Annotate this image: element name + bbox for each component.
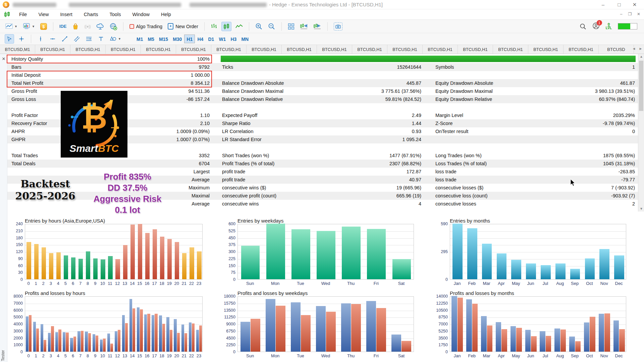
menu-item-window[interactable]: Window <box>126 9 155 19</box>
timeframe-h3[interactable]: H3 <box>228 35 239 43</box>
zoom-out-button[interactable] <box>267 22 277 31</box>
menu-item-help[interactable]: Help <box>155 9 177 19</box>
gridline <box>238 345 414 346</box>
menu-item-insert[interactable]: Insert <box>55 9 78 19</box>
new-chart-button[interactable]: ▼ <box>4 22 19 31</box>
gridline <box>25 317 202 318</box>
scrollbar-thumb[interactable] <box>639 61 643 111</box>
highlight-box-deposit-profit <box>7 71 212 87</box>
shapes-tool-button[interactable]: ▼ <box>108 34 122 44</box>
chart-tab-9[interactable]: BTCUSD,H1 <box>317 45 352 54</box>
zoom-in-button[interactable] <box>254 22 264 31</box>
bitcoin-symbol: ₿ <box>61 99 127 136</box>
chart-tab-0[interactable]: BTCUSD,M1 <box>0 45 35 54</box>
trendline-tool-button[interactable] <box>60 34 69 44</box>
cloud-button[interactable] <box>95 22 106 31</box>
menu-item-charts[interactable]: Charts <box>78 9 104 19</box>
bar-14-profit <box>129 299 132 352</box>
crosshair-tool-button[interactable] <box>17 34 26 44</box>
chart-tab-16[interactable]: BTCUSD,H1 <box>564 45 599 54</box>
x-axis-label: Jun <box>523 353 538 358</box>
chart-title: Profits and losses by weekdays <box>237 290 308 296</box>
stat-label: consecutive wins ($) <box>222 184 266 192</box>
chart-tab-6[interactable]: BTCUSD,H1 <box>211 45 247 54</box>
menu-item-file[interactable]: File <box>13 9 33 19</box>
new-order-button[interactable]: + New Order <box>166 22 200 31</box>
community-button[interactable] <box>108 22 118 31</box>
chart-tab-2[interactable]: BTCUSD,H1 <box>70 45 106 54</box>
scroll-down-arrow[interactable]: ▼ <box>638 206 644 212</box>
x-axis-label: Oct <box>582 281 597 286</box>
minimize-button[interactable]: – <box>596 1 610 9</box>
timeframe-m1[interactable]: M1 <box>134 35 145 43</box>
timeframe-mn[interactable]: MN <box>239 35 251 43</box>
y-axis-tick: 0 <box>223 277 235 282</box>
line-chart-type-button[interactable] <box>234 22 244 31</box>
timeframe-m15[interactable]: M15 <box>157 35 170 43</box>
chart-tab-14[interactable]: BTCUSD,H1 <box>493 45 528 54</box>
ide-button[interactable]: IDE <box>58 22 68 31</box>
chart-tab-10[interactable]: BTCUSD,H1 <box>352 45 387 54</box>
chart-tab-11[interactable]: BTCUSD,H1 <box>387 45 423 54</box>
tile-windows-button[interactable] <box>286 22 296 31</box>
history-quality-bar <box>221 56 636 62</box>
screenshot-button[interactable] <box>332 22 344 31</box>
x-axis-label: 21 <box>180 281 188 286</box>
timeframe-m30[interactable]: M30 <box>170 35 184 43</box>
bar-12 <box>115 259 120 279</box>
timeframe-m5[interactable]: M5 <box>145 35 156 43</box>
deposit-button[interactable]: $ <box>39 22 48 31</box>
gridline <box>238 317 414 318</box>
y-axis-tick: 12250 <box>435 301 448 306</box>
text-tool-button[interactable] <box>96 34 106 44</box>
strategy-tester-tab[interactable]: Strategy Tester <box>1 334 5 362</box>
child-minimize-button[interactable]: – <box>617 11 625 17</box>
market-button[interactable] <box>71 22 80 31</box>
timeframe-d1[interactable]: D1 <box>206 35 216 43</box>
close-button[interactable]: ✕ <box>627 1 642 9</box>
maximize-button[interactable]: □ <box>612 1 627 9</box>
bar-chart-type-button[interactable] <box>209 22 219 31</box>
chart-tab-3[interactable]: BTCUSD,H1 <box>106 45 141 54</box>
tab-scroll-right-button[interactable]: ► <box>638 47 643 51</box>
chart-tab-1[interactable]: BTCUSD,H1 <box>35 45 70 54</box>
horizontal-line-tool-button[interactable] <box>48 34 57 44</box>
bar-Wed-profit <box>316 306 326 352</box>
chart-tab-12[interactable]: BTCUSD,H1 <box>423 45 458 54</box>
timeframe-h1[interactable]: H1 <box>184 35 195 43</box>
menu-item-tools[interactable]: Tools <box>104 9 127 19</box>
search-icon[interactable] <box>580 23 586 30</box>
x-axis-label: Jan <box>450 353 465 358</box>
x-axis-label: 20 <box>173 353 180 358</box>
vertical-line-tool-button[interactable] <box>36 34 45 44</box>
chart-tab-8[interactable]: BTCUSD,H1 <box>282 45 317 54</box>
chart-tab-5[interactable]: BTCUSD,H1 <box>176 45 211 54</box>
menu-item-view[interactable]: View <box>33 9 54 19</box>
child-close-button[interactable]: ✕ <box>635 11 643 17</box>
chart-tab-17[interactable]: BTCUSD <box>599 45 634 54</box>
chart-tab-7[interactable]: BTCUSD,H1 <box>247 45 282 54</box>
tab-scroll-left-button[interactable]: ◄ <box>631 47 637 51</box>
globe-plus-icon <box>110 23 117 30</box>
shift-end-button[interactable] <box>299 22 309 31</box>
profiles-button[interactable]: ▼ <box>21 22 36 31</box>
level-indicator[interactable]: ⇧ LVL <box>606 23 612 29</box>
scroll-up-arrow[interactable]: ▲ <box>638 54 644 59</box>
child-restore-button[interactable]: ❐ <box>626 11 634 17</box>
channel-tool-button[interactable] <box>72 34 82 44</box>
chart-tab-4[interactable]: BTCUSD,H1 <box>141 45 176 54</box>
x-axis-label: 17 <box>151 353 158 358</box>
timeframe-h4[interactable]: H4 <box>195 35 206 43</box>
candles-chart-type-button[interactable] <box>221 22 231 31</box>
cursor-tool-button[interactable] <box>5 34 14 44</box>
algo-trading-button[interactable]: Algo Trading <box>128 22 164 31</box>
account-button[interactable]: 1 <box>592 22 600 31</box>
chart-tab-15[interactable]: BTCUSD,H1 <box>528 45 564 54</box>
signals-button[interactable]: ((●)) <box>83 22 92 31</box>
close-report-button[interactable]: ✕ <box>1 57 6 61</box>
chart-tab-13[interactable]: BTCUSD,H1 <box>458 45 493 54</box>
fibonacci-tool-button[interactable] <box>84 34 94 44</box>
chart-shift-button[interactable] <box>312 22 323 31</box>
timeframe-w1[interactable]: W1 <box>216 35 228 43</box>
report-scrollbar[interactable]: ▲ ▼ <box>638 54 644 212</box>
